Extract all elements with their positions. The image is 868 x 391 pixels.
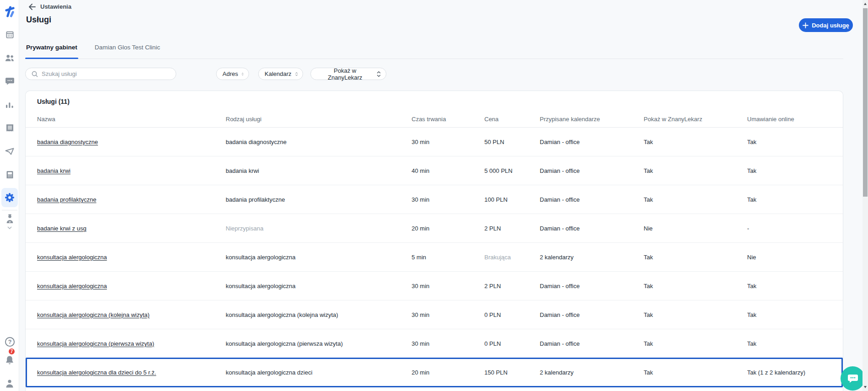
show-in-znanylekarz-cell: Tak — [644, 196, 747, 203]
chat-widget-button[interactable] — [841, 366, 865, 391]
table-body: badania diagnostyczne badania diagnostyc… — [26, 128, 843, 387]
sidebar-item-doctor-profile[interactable] — [0, 214, 19, 224]
patients-icon — [5, 54, 15, 62]
show-in-znanylekarz-cell: Nie — [644, 225, 747, 232]
sidebar-item-campaigns[interactable] — [0, 148, 19, 155]
terminal-icon — [6, 171, 14, 179]
service-name-link[interactable]: badania krwi — [37, 167, 71, 174]
scrollbar-thumb[interactable] — [863, 8, 868, 197]
online-booking-cell: - — [747, 225, 843, 232]
services-count-title: Usługi (11) — [37, 97, 843, 106]
service-type-cell: konsultacja alergologiczna dzieci — [226, 369, 412, 376]
service-type-cell: konsultacja alergologiczna — [226, 283, 412, 289]
column-header-przypisane-kalendarze: Przypisane kalendarze — [540, 116, 644, 123]
service-type-cell: Nieprzypisana — [226, 225, 412, 232]
column-header-cena: Cena — [484, 116, 540, 123]
calendars-cell: 2 kalendarzy — [540, 254, 644, 261]
doctor-icon — [5, 214, 15, 224]
back-navigation[interactable]: Ustawienia — [28, 3, 71, 10]
bell-icon — [5, 355, 14, 365]
table-row[interactable]: badanie krwi z usg Nieprzypisana 20 min … — [26, 214, 843, 243]
service-name-link[interactable]: konsultacja alergologiczna dla dzieci do… — [37, 369, 156, 376]
table-row[interactable]: badania krwi badania krwi 40 min 5 000 P… — [26, 156, 843, 185]
sidebar-item-patients[interactable] — [0, 54, 19, 62]
chevron-down-icon — [7, 226, 12, 229]
show-in-znanylekarz-cell: Tak — [644, 369, 747, 376]
search-input[interactable] — [42, 70, 171, 77]
service-name-link[interactable]: konsultacja alergologiczna — [37, 254, 107, 261]
online-booking-cell: Tak (1 z 2 kalendarzy) — [747, 369, 843, 376]
service-type-cell: badania profilaktyczne — [226, 196, 412, 203]
service-name-link[interactable]: badanie krwi z usg — [37, 225, 87, 232]
calendars-cell: Damian - office — [540, 311, 644, 318]
calendars-cell: Damian - office — [540, 139, 644, 145]
calendars-cell: Damian - office — [540, 196, 644, 203]
tab-damian-glos-test-clinic[interactable]: Damian Glos Test Clinic — [95, 44, 160, 59]
online-booking-cell: Tak — [747, 311, 843, 318]
search-icon — [32, 71, 38, 77]
filter-calendar-dropdown[interactable]: Kalendarz — [258, 68, 303, 80]
docplanner-logo-icon — [4, 5, 16, 18]
table-row[interactable]: konsultacja alergologiczna konsultacja a… — [26, 243, 843, 272]
table-row[interactable]: konsultacja alergologiczna konsultacja a… — [26, 272, 843, 300]
docplanner-logo[interactable] — [0, 5, 19, 18]
sidebar: ? 7 — [0, 0, 19, 391]
table-row[interactable]: konsultacja alergologiczna dla dzieci do… — [26, 358, 843, 387]
scrollbar-down-arrow-icon[interactable] — [864, 386, 867, 388]
column-header-rodzaj-uslugi: Rodzaj usługi — [226, 116, 412, 123]
calendars-cell: Damian - office — [540, 225, 644, 232]
plus-icon — [803, 22, 808, 28]
duration-cell: 20 min — [412, 369, 484, 376]
online-booking-cell: Tak — [747, 340, 843, 347]
column-header-pokaz-w-znanylekarz: Pokaż w ZnanyLekarz — [644, 116, 747, 123]
sidebar-item-help[interactable]: ? — [0, 337, 19, 347]
profile-switcher-chevron[interactable] — [0, 226, 19, 229]
gear-icon — [5, 193, 14, 202]
price-cell: 150 PLN — [484, 369, 540, 376]
service-name-link[interactable]: konsultacja alergologiczna — [37, 283, 107, 289]
online-booking-cell: Tak — [747, 167, 843, 174]
service-name-link[interactable]: konsultacja alergologiczna (pierwsza wiz… — [37, 340, 154, 347]
table-row[interactable]: badania profilaktyczne badania profilakt… — [26, 185, 843, 214]
service-type-cell: konsultacja alergologiczna (kolejna wizy… — [226, 311, 412, 318]
sidebar-item-settings[interactable] — [0, 193, 19, 202]
sidebar-item-notifications[interactable] — [0, 355, 19, 365]
table-row[interactable]: badania diagnostyczne badania diagnostyc… — [26, 128, 843, 156]
service-name-link[interactable]: badania profilaktyczne — [37, 196, 96, 203]
page-title: Usługi — [26, 15, 51, 25]
sidebar-item-terminal[interactable] — [0, 171, 19, 179]
billing-icon — [6, 124, 14, 132]
service-name-link[interactable]: konsultacja alergologiczna (kolejna wizy… — [37, 311, 150, 318]
table-row[interactable]: konsultacja alergologiczna (pierwsza wiz… — [26, 329, 843, 358]
services-card: Usługi (11) Nazwa Rodzaj usługi Czas trw… — [25, 91, 843, 391]
table-row[interactable]: konsultacja alergologiczna (kolejna wizy… — [26, 300, 843, 329]
filter-calendar-label: Kalendarz — [265, 70, 292, 77]
sidebar-item-billing[interactable] — [0, 124, 19, 132]
add-service-button[interactable]: Dodaj usługę — [799, 18, 853, 32]
notification-badge: 7 — [8, 348, 16, 355]
tab-prywatny-gabinet[interactable]: Prywatny gabinet — [26, 44, 77, 59]
calendars-cell: Damian - office — [540, 340, 644, 347]
back-arrow-icon — [28, 4, 36, 10]
add-service-label: Dodaj usługę — [812, 22, 849, 29]
back-label: Ustawienia — [40, 3, 71, 10]
clinic-tabs: Prywatny gabinet Damian Glos Test Clinic — [25, 44, 843, 59]
show-in-znanylekarz-cell: Tak — [644, 254, 747, 261]
scrollbar-up-arrow-icon[interactable] — [864, 3, 867, 5]
filter-address-dropdown[interactable]: Adres — [216, 68, 249, 80]
sidebar-item-account[interactable] — [0, 379, 19, 388]
search-box — [25, 68, 176, 80]
duration-cell: 30 min — [412, 139, 484, 145]
sidebar-item-statistics[interactable] — [0, 101, 19, 108]
duration-cell: 20 min — [412, 225, 484, 232]
sidebar-item-calendar[interactable] — [0, 30, 19, 39]
sidebar-item-messages[interactable] — [0, 77, 19, 85]
service-name-link[interactable]: badania diagnostyczne — [37, 139, 98, 145]
svg-text:?: ? — [8, 339, 11, 345]
price-cell: 0 PLN — [484, 311, 540, 318]
filter-show-in-znanylekarz-dropdown[interactable]: Pokaż w ZnanyLekarz — [310, 68, 386, 80]
page-scrollbar[interactable] — [863, 0, 868, 391]
stats-icon — [5, 101, 14, 108]
price-cell: Brakująca — [484, 254, 540, 261]
column-header-nazwa: Nazwa — [37, 116, 226, 123]
